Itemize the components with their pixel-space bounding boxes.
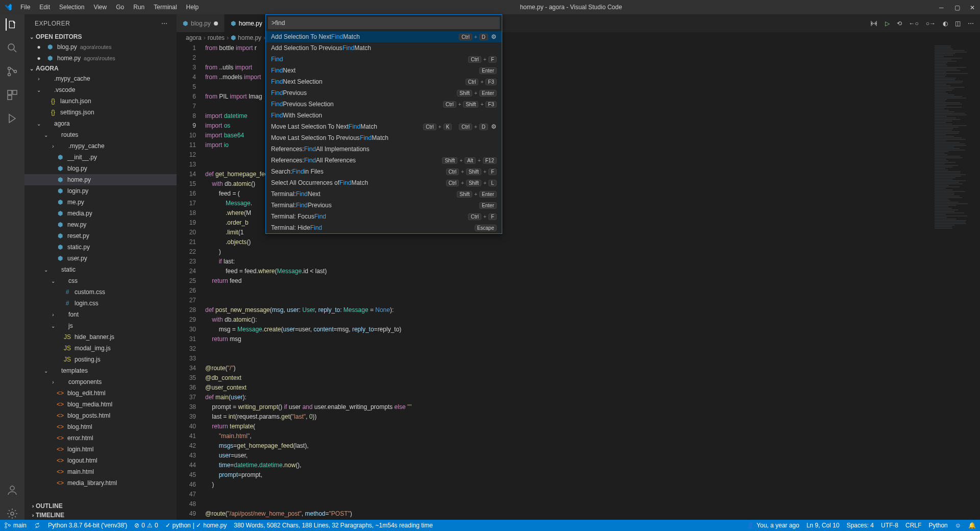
menu-run[interactable]: Run: [129, 2, 149, 13]
file-tree-item[interactable]: ⬢login.py: [24, 185, 177, 197]
file-tree-item[interactable]: ⬢user.py: [24, 253, 177, 264]
file-tree-item[interactable]: #login.css: [24, 298, 177, 309]
activity-run-icon[interactable]: [6, 112, 18, 125]
compare-changes-icon[interactable]: [870, 19, 878, 28]
timeline-section[interactable]: ⌄TIMELINE: [24, 511, 177, 520]
file-tree-item[interactable]: ⬢media.py: [24, 208, 177, 219]
command-item[interactable]: Find Previous SelectionCtrl+Shift+F3: [266, 99, 502, 110]
command-item[interactable]: FindCtrl+F: [266, 54, 502, 65]
command-item[interactable]: Terminal: Find PreviousEnter: [266, 200, 502, 211]
status-feedback-icon[interactable]: ☺: [955, 522, 961, 529]
file-tree-item[interactable]: ⌄routes: [24, 129, 177, 140]
file-tree-item[interactable]: ⌄css: [24, 275, 177, 286]
command-item[interactable]: Add Selection To Previous Find Match: [266, 42, 502, 54]
status-lang[interactable]: Python: [928, 522, 947, 529]
activity-account-icon[interactable]: [6, 484, 18, 496]
command-palette-input[interactable]: [268, 17, 500, 29]
command-item[interactable]: Terminal: Focus FindCtrl+F: [266, 211, 502, 222]
activity-settings-icon[interactable]: [6, 508, 18, 520]
status-python[interactable]: Python 3.8.7 64-bit ('venv38'): [48, 522, 127, 529]
minimize-icon[interactable]: ─: [939, 4, 945, 10]
close-icon[interactable]: ✕: [970, 4, 976, 10]
command-item[interactable]: Terminal: Hide FindEscape: [266, 222, 502, 233]
file-tree-item[interactable]: #custom.css: [24, 286, 177, 298]
file-tree-item[interactable]: JShide_banner.js: [24, 331, 177, 343]
command-item[interactable]: Search: Find in FilesCtrl+Shift+F: [266, 166, 502, 177]
maximize-icon[interactable]: ▢: [954, 4, 961, 10]
file-tree-item[interactable]: {}launch.json: [24, 95, 177, 107]
file-tree-item[interactable]: <>login.html: [24, 444, 177, 455]
file-tree-item[interactable]: ⬢me.py: [24, 197, 177, 208]
file-tree-item[interactable]: <>blog_media.html: [24, 399, 177, 410]
file-tree-item[interactable]: ⌄templates: [24, 365, 177, 376]
minimap[interactable]: [931, 43, 980, 520]
activity-extensions-icon[interactable]: [6, 89, 18, 101]
editor-tab[interactable]: ⬢blog.py: [177, 14, 225, 32]
file-tree-item[interactable]: ⌄agora: [24, 118, 177, 129]
gear-icon[interactable]: ⚙: [491, 33, 497, 40]
file-tree-item[interactable]: ⌄js: [24, 320, 177, 331]
command-item[interactable]: Move Last Selection To Previous Find Mat…: [266, 132, 502, 143]
file-tree-item[interactable]: JSposting.js: [24, 354, 177, 365]
file-tree-item[interactable]: ›font: [24, 309, 177, 320]
status-linter[interactable]: ✓ python | ✓ home.py: [165, 522, 227, 529]
workspace-section[interactable]: ⌄AGORA: [24, 64, 177, 73]
command-item[interactable]: Move Last Selection To Next Find MatchCt…: [266, 121, 502, 132]
status-sync[interactable]: [34, 522, 41, 529]
file-tree-item[interactable]: ⬢static.py: [24, 242, 177, 253]
file-tree-item[interactable]: ›.mypy_cache: [24, 140, 177, 152]
command-item[interactable]: References: Find All Implementations: [266, 143, 502, 155]
split-editor-icon[interactable]: ◫: [955, 20, 961, 27]
command-item[interactable]: Find PreviousShift+Enter: [266, 87, 502, 99]
file-tree-item[interactable]: ⬢blog.py: [24, 163, 177, 174]
status-branch[interactable]: main: [4, 522, 27, 529]
open-editor-item[interactable]: ●⬢blog.pyagora\routes: [24, 41, 177, 53]
gear-icon[interactable]: ⚙: [491, 123, 497, 130]
next-change-icon[interactable]: ○→: [926, 20, 936, 27]
file-tree-item[interactable]: JSmodal_img.js: [24, 343, 177, 354]
menu-file[interactable]: File: [16, 2, 34, 13]
file-tree-item[interactable]: <>logout.html: [24, 455, 177, 466]
open-editors-section[interactable]: ⌄OPEN EDITORS: [24, 32, 177, 41]
file-tree-item[interactable]: ⬢new.py: [24, 219, 177, 230]
command-item[interactable]: References: Find All ReferencesShift+Alt…: [266, 155, 502, 166]
file-tree-item[interactable]: ›.mypy_cache: [24, 73, 177, 84]
file-tree-item[interactable]: <>blog.html: [24, 421, 177, 432]
file-tree-item[interactable]: <>blog_posts.html: [24, 410, 177, 421]
menu-go[interactable]: Go: [112, 2, 128, 13]
explorer-more-icon[interactable]: ⋯: [161, 20, 168, 27]
editor-more-icon[interactable]: ⋯: [968, 20, 974, 27]
file-tree-item[interactable]: <>error.html: [24, 432, 177, 444]
menu-terminal[interactable]: Terminal: [150, 2, 181, 13]
menu-edit[interactable]: Edit: [35, 2, 54, 13]
status-problems[interactable]: ⊘ 0 ⚠ 0: [134, 522, 158, 529]
file-tree-item[interactable]: {}settings.json: [24, 107, 177, 118]
file-tree-item[interactable]: ⌄.vscode: [24, 84, 177, 95]
status-eol[interactable]: CRLF: [905, 522, 921, 529]
activity-explorer-icon[interactable]: [6, 18, 18, 31]
file-tree-item[interactable]: ›components: [24, 376, 177, 388]
run-icon[interactable]: ▷: [885, 20, 890, 27]
activity-search-icon[interactable]: [6, 42, 18, 54]
file-tree-item[interactable]: ⬢reset.py: [24, 230, 177, 242]
command-item[interactable]: Select All Occurrences of Find MatchCtrl…: [266, 177, 502, 188]
command-item[interactable]: Find NextEnter: [266, 65, 502, 76]
status-bell-icon[interactable]: 🔔: [968, 522, 976, 529]
toggle-live-icon[interactable]: ⟲: [897, 20, 902, 27]
command-item[interactable]: Find Next SelectionCtrl+F3: [266, 76, 502, 87]
menu-view[interactable]: View: [89, 2, 111, 13]
command-item[interactable]: Terminal: Find NextShift+Enter: [266, 188, 502, 200]
open-editor-item[interactable]: ●⬢home.pyagora\routes: [24, 53, 177, 64]
status-indent[interactable]: Spaces: 4: [847, 522, 874, 529]
file-tree-item[interactable]: <>blog_edit.html: [24, 388, 177, 399]
status-icon[interactable]: ◐: [943, 20, 948, 27]
file-tree-item[interactable]: <>main.html: [24, 466, 177, 477]
status-encoding[interactable]: UTF-8: [881, 522, 898, 529]
file-tree-item[interactable]: ⌄static: [24, 264, 177, 275]
menu-help[interactable]: Help: [182, 2, 203, 13]
status-word-count[interactable]: 380 Words, 5082 Chars, 188 Lines, 32 Par…: [234, 522, 433, 529]
menu-selection[interactable]: Selection: [55, 2, 88, 13]
command-item[interactable]: Find With Selection: [266, 110, 502, 121]
file-tree-item[interactable]: ⬢home.py: [24, 174, 177, 185]
command-item[interactable]: Add Selection To Next Find MatchCtrl+D⚙: [266, 31, 502, 42]
